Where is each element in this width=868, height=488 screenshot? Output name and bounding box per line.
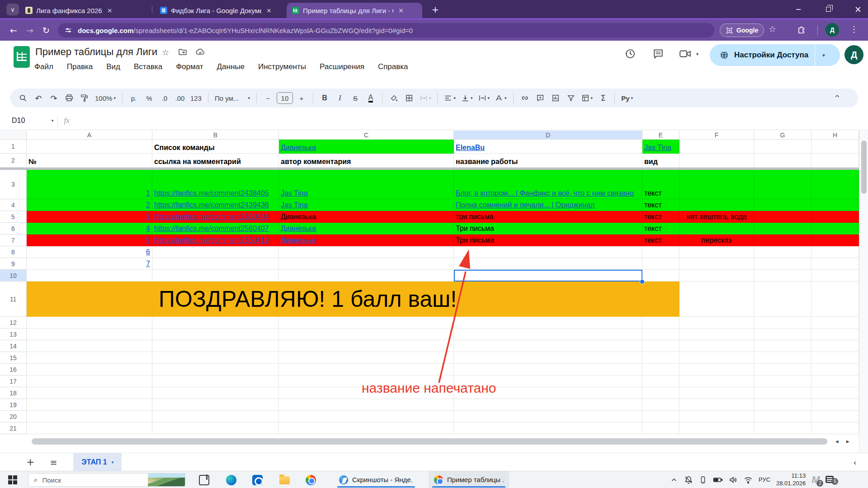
cell-D15[interactable]: [454, 352, 642, 364]
input-tools-button[interactable]: Ру▾: [619, 91, 635, 105]
notifications-off-icon[interactable]: [684, 475, 693, 484]
all-sheets-button[interactable]: ≡: [50, 457, 57, 467]
zoom-select[interactable]: 100%▾: [93, 91, 118, 105]
cell-E6[interactable]: текст: [642, 223, 679, 235]
cell-link[interactable]: 1: [146, 189, 150, 198]
cell-C15[interactable]: [279, 352, 454, 364]
cell-D16[interactable]: [454, 364, 642, 375]
cell-A12[interactable]: [27, 317, 152, 328]
horizontal-scroll-thumb[interactable]: [32, 438, 827, 445]
network-icon[interactable]: [744, 476, 753, 484]
share-caret-icon[interactable]: ▾: [822, 52, 825, 58]
url-input[interactable]: docs.google.com/spreadsheets/d/1-eZABOcq…: [58, 23, 714, 38]
collapse-toolbar-button[interactable]: ^: [834, 94, 840, 102]
cell-C6[interactable]: Дианезька: [279, 223, 454, 235]
comments-icon[interactable]: [652, 48, 664, 60]
row-header-14[interactable]: 14: [0, 340, 27, 352]
insert-comment-button[interactable]: [533, 91, 547, 105]
reload-button[interactable]: ↻: [38, 25, 54, 35]
document-title[interactable]: Пример таблицы для Лиги: [35, 46, 157, 58]
menu-справка[interactable]: Справка: [378, 62, 408, 71]
cell-A14[interactable]: [27, 340, 152, 352]
cell-B10[interactable]: [152, 270, 279, 282]
cell-E12[interactable]: [642, 317, 679, 328]
cell-link[interactable]: https://fanfics.me/comment2560407: [154, 224, 269, 233]
undo-button[interactable]: ↶: [32, 91, 45, 105]
clock[interactable]: 11:13 28.01.2026: [776, 472, 806, 487]
cell-G20[interactable]: [754, 411, 811, 422]
share-settings-button[interactable]: Настройки Доступа ▾: [710, 44, 840, 66]
cell-H13[interactable]: [811, 328, 859, 340]
video-call-caret-icon[interactable]: ▾: [696, 52, 698, 56]
cell-A21[interactable]: [27, 422, 152, 434]
text-wrap-button[interactable]: ▾: [476, 91, 492, 105]
cell-D1[interactable]: ElenaBu: [454, 140, 642, 154]
insert-chart-button[interactable]: [549, 91, 562, 105]
format-currency-button[interactable]: р.: [127, 91, 141, 105]
row-header-6[interactable]: 6: [0, 223, 27, 235]
cell-F9[interactable]: [679, 258, 754, 270]
cell-H9[interactable]: [811, 258, 859, 270]
cell-link[interactable]: 5: [146, 236, 150, 245]
menu-файл[interactable]: Файл: [34, 62, 53, 71]
cell-D4[interactable]: Полна сомнений и печали... | Ориджинал: [454, 199, 642, 211]
borders-button[interactable]: [402, 91, 416, 105]
cell-link[interactable]: Полна сомнений и печали... | Ориджинал: [456, 201, 594, 210]
font-select[interactable]: По ум...▾: [213, 91, 252, 105]
cell-C19[interactable]: [279, 399, 454, 411]
cell-G6[interactable]: [754, 223, 811, 235]
account-avatar[interactable]: Д: [844, 45, 863, 64]
row-header-19[interactable]: 19: [0, 399, 27, 411]
row-header-2[interactable]: 2: [0, 154, 27, 168]
column-header-E[interactable]: E: [642, 131, 679, 140]
menu-вставка[interactable]: Вставка: [134, 62, 162, 71]
window-restore-button[interactable]: [818, 0, 838, 18]
menu-данные[interactable]: Данные: [217, 62, 245, 71]
cell-D8[interactable]: [454, 246, 642, 258]
cell-C5[interactable]: Дианезька: [279, 211, 454, 223]
vertical-scrollbar[interactable]: [859, 131, 868, 453]
cell-D6[interactable]: Три письма: [454, 223, 642, 235]
row-header-1[interactable]: 1: [0, 140, 27, 154]
cell-B18[interactable]: [152, 387, 279, 399]
vertical-align-button[interactable]: ▾: [459, 91, 475, 105]
cell-G7[interactable]: [754, 235, 811, 246]
row-header-7[interactable]: 7: [0, 235, 27, 246]
row-header-13[interactable]: 13: [0, 328, 27, 340]
cell-B2[interactable]: ссылка на комментарий: [152, 154, 279, 168]
cell-F19[interactable]: [679, 399, 754, 411]
browser-menu-button[interactable]: ⋮: [850, 24, 858, 34]
cell-G10[interactable]: [754, 270, 811, 282]
row-header-5[interactable]: 5: [0, 211, 27, 223]
increase-font-size-button[interactable]: +: [295, 91, 308, 105]
cell-B15[interactable]: [152, 352, 279, 364]
language-indicator[interactable]: РУС: [759, 476, 770, 483]
row-header-4[interactable]: 4: [0, 199, 27, 211]
cell-G18[interactable]: [754, 387, 811, 399]
cell-B19[interactable]: [152, 399, 279, 411]
cell-D7[interactable]: Три письма: [454, 235, 642, 246]
print-button[interactable]: [62, 91, 76, 105]
cell-F20[interactable]: [679, 411, 754, 422]
cell-C1[interactable]: Дианезька: [279, 140, 454, 154]
table-views-button[interactable]: ▾: [580, 91, 595, 105]
row-header-3[interactable]: 3: [0, 170, 27, 199]
cell-F17[interactable]: [679, 375, 754, 387]
selected-cell-outline[interactable]: [454, 270, 642, 282]
cell-G12[interactable]: [754, 317, 811, 328]
cell-E9[interactable]: [642, 258, 679, 270]
cell-D21[interactable]: [454, 422, 642, 434]
cell-E21[interactable]: [642, 422, 679, 434]
cell-B14[interactable]: [152, 340, 279, 352]
row-header-16[interactable]: 16: [0, 364, 27, 375]
cell-F5[interactable]: нет хештега, вода: [679, 211, 754, 223]
tray-chevron-up-icon[interactable]: [670, 476, 678, 484]
name-box-caret-icon[interactable]: ▾: [52, 118, 54, 123]
column-header-G[interactable]: G: [754, 131, 811, 140]
cell-B3[interactable]: https://fanfics.me/comment2438405: [152, 170, 279, 199]
cell-link[interactable]: Дианезька: [281, 224, 316, 233]
cell-H16[interactable]: [811, 364, 859, 375]
increase-decimals-button[interactable]: .00: [173, 91, 187, 105]
cell-H11[interactable]: [811, 282, 859, 317]
cell-H6[interactable]: [811, 223, 859, 235]
